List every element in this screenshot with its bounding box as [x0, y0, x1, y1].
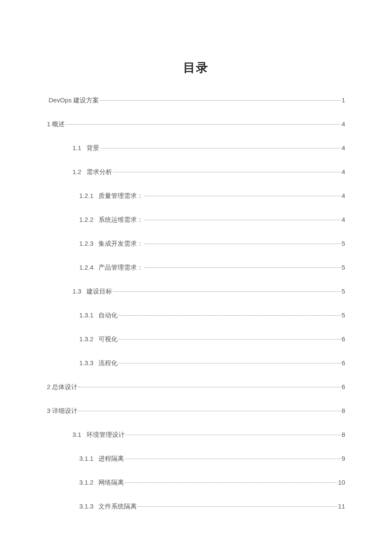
toc-dots-leader	[78, 411, 340, 411]
toc-entry-label: 进程隔离	[98, 455, 124, 463]
toc-dots-leader	[138, 506, 337, 507]
toc-dots-leader	[144, 267, 340, 268]
toc-entry[interactable]: 1.2需求分析4	[72, 168, 345, 176]
toc-dots-leader	[100, 148, 341, 148]
toc-entry-page: 8	[342, 407, 345, 414]
toc-entry-number: 3	[47, 407, 50, 414]
toc-entry-number: 1.3.2	[79, 335, 93, 343]
toc-entry-number: 1.2.4	[79, 264, 93, 271]
toc-entry-page: 5	[342, 264, 345, 271]
toc-entry[interactable]: 1.2.3集成开发需求：5	[79, 240, 345, 248]
toc-dots-leader	[100, 100, 340, 101]
toc-entry-number: 1.3.3	[79, 359, 93, 366]
toc-entry-number: 3.1.2	[79, 479, 93, 486]
toc-entry[interactable]: 2总体设计6	[47, 383, 345, 391]
toc-entry-number: 1.3	[72, 288, 81, 295]
toc-dots-leader	[113, 172, 341, 172]
toc-entry-number: 1.2.1	[79, 192, 93, 199]
toc-entry-page: 11	[338, 503, 345, 510]
toc-entry-label: 概述	[52, 120, 65, 128]
toc-title: 目录	[47, 60, 345, 76]
toc-entry-label: 质量管理需求：	[98, 192, 143, 200]
toc-entry[interactable]: DevOps 建设方案1	[47, 96, 345, 105]
toc-entry-page: 9	[342, 455, 345, 462]
toc-dots-leader	[118, 315, 340, 316]
toc-dots-leader	[144, 244, 340, 244]
toc-entry-page: 5	[342, 311, 345, 319]
toc-entry-number: 1.2	[72, 168, 81, 175]
toc-entry-label: 详细设计	[52, 407, 78, 415]
toc-dots-leader	[125, 459, 340, 459]
toc-entry-label: 建设目标	[86, 288, 112, 296]
toc-container: DevOps 建设方案11概述41.1背景41.2需求分析41.2.1质量管理需…	[47, 96, 345, 511]
toc-entry-number: 3.1.3	[79, 503, 93, 510]
toc-entry-label: 总体设计	[52, 383, 78, 391]
toc-entry-number: 2	[47, 383, 50, 390]
toc-entry[interactable]: 1.2.4产品管理需求：5	[79, 264, 345, 272]
toc-entry[interactable]: 1.3建设目标5	[72, 288, 345, 296]
toc-entry-number: 3.1.1	[79, 455, 93, 462]
toc-entry-page: 6	[342, 359, 345, 366]
toc-dots-leader	[118, 339, 340, 340]
toc-dots-leader	[144, 196, 340, 196]
toc-entry-number: 1.2.3	[79, 240, 93, 247]
toc-entry-label: 网络隔离	[98, 479, 124, 487]
toc-entry[interactable]: 3详细设计8	[47, 407, 345, 415]
toc-entry[interactable]: 1.2.2系统运维需求：4	[79, 216, 345, 224]
toc-entry-label: 背景	[86, 144, 99, 152]
toc-dots-leader	[113, 291, 341, 292]
toc-entry-label: 产品管理需求：	[98, 264, 143, 272]
toc-dots-leader	[66, 124, 340, 125]
toc-dots-leader	[144, 220, 340, 220]
toc-entry[interactable]: 1.3.2可视化6	[79, 335, 345, 343]
toc-entry[interactable]: 3.1环境管理设计8	[72, 431, 345, 439]
toc-entry[interactable]: 3.1.2网络隔离10	[79, 479, 345, 487]
toc-entry-label: 流程化	[98, 359, 118, 367]
toc-entry-label: 集成开发需求：	[98, 240, 143, 248]
toc-entry[interactable]: 1.2.1质量管理需求：4	[79, 192, 345, 200]
toc-entry-number: 1.2.2	[79, 216, 93, 223]
toc-entry[interactable]: 3.1.1进程隔离9	[79, 455, 345, 463]
toc-entry-label: DevOps 建设方案	[49, 96, 99, 105]
toc-entry[interactable]: 1概述4	[47, 120, 345, 128]
toc-entry[interactable]: 1.3.3流程化6	[79, 359, 345, 367]
toc-dots-leader	[125, 482, 337, 483]
toc-entry-page: 4	[342, 120, 345, 128]
toc-dots-leader	[78, 387, 340, 387]
toc-entry-page: 6	[342, 335, 345, 343]
toc-entry[interactable]: 1.1背景4	[72, 144, 345, 152]
toc-entry-page: 4	[342, 216, 345, 223]
toc-entry-page: 4	[342, 168, 345, 175]
toc-entry-page: 6	[342, 383, 345, 390]
toc-entry-label: 环境管理设计	[86, 431, 125, 439]
toc-entry[interactable]: 1.3.1自动化5	[79, 311, 345, 320]
toc-entry-label: 自动化	[98, 311, 118, 320]
toc-entry-page: 4	[342, 192, 345, 199]
toc-entry-number: 1.3.1	[79, 311, 93, 319]
toc-dots-leader	[126, 435, 341, 435]
toc-entry-page: 8	[342, 431, 345, 438]
toc-entry-number: 3.1	[72, 431, 81, 438]
toc-entry-label: 文件系统隔离	[98, 503, 137, 511]
toc-entry-label: 系统运维需求：	[98, 216, 143, 224]
toc-entry-number: 1	[47, 120, 50, 128]
toc-entry-page: 5	[342, 240, 345, 247]
toc-dots-leader	[118, 363, 340, 363]
toc-entry-label: 可视化	[98, 335, 118, 343]
toc-entry-page: 5	[342, 288, 345, 295]
toc-entry-page: 4	[342, 144, 345, 151]
toc-entry-number: 1.1	[72, 144, 81, 151]
toc-entry[interactable]: 3.1.3文件系统隔离11	[79, 503, 345, 511]
toc-entry-page: 10	[338, 479, 345, 486]
toc-entry-page: 1	[342, 96, 345, 104]
toc-entry-label: 需求分析	[86, 168, 112, 176]
